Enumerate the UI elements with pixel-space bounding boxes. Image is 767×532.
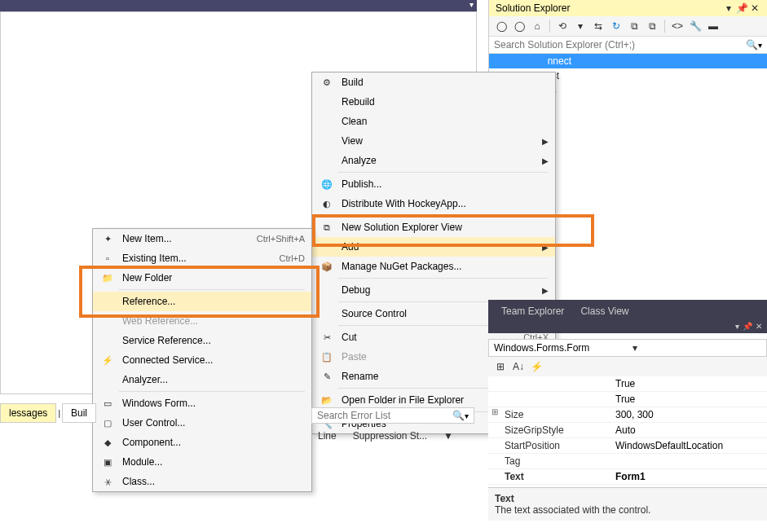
alphabetical-icon[interactable]: A↓ <box>511 359 526 374</box>
module-icon: ▣ <box>99 455 116 468</box>
editor-menu-dropdown-icon[interactable]: ▾ <box>469 0 474 9</box>
dropdown-icon[interactable]: ▾ <box>735 322 739 331</box>
menu-build[interactable]: ⚙Build <box>312 73 555 92</box>
expand-icon[interactable]: ⊞ <box>491 407 498 416</box>
highlight-reference <box>79 266 320 318</box>
tree-item-selected[interactable]: nnect <box>489 54 767 68</box>
error-search-input[interactable] <box>317 410 452 421</box>
search-icon[interactable]: 🔍 <box>452 410 465 421</box>
menu-debug[interactable]: Debug▶ <box>312 280 555 300</box>
prop-row-tag[interactable]: Tag <box>488 454 767 469</box>
col-suppression[interactable]: Suppression St... <box>346 429 434 443</box>
hockey-icon: ◐ <box>319 197 335 210</box>
rename-icon: ✎ <box>319 370 335 383</box>
prop-row-showintaskbar[interactable]: True <box>488 392 767 407</box>
solution-search-input[interactable] <box>494 39 746 51</box>
existing-item-icon: ▫ <box>99 252 116 265</box>
close-icon[interactable]: ✕ <box>756 322 762 331</box>
back-icon[interactable]: ◯ <box>494 19 509 33</box>
editor-titlebar: ▾ <box>0 0 477 11</box>
events-icon[interactable]: ⚡ <box>529 359 544 374</box>
build-tab[interactable]: Buil <box>62 403 96 423</box>
properties-object-combo[interactable]: Windows.Forms.Form ▾ <box>488 339 767 357</box>
submenu-arrow-icon: ▶ <box>542 137 549 146</box>
prop-row-sizegrip[interactable]: SizeGripStyleAuto <box>488 423 767 438</box>
show-icon[interactable]: ⧉ <box>645 19 659 33</box>
error-list-search[interactable]: 🔍 ▾ <box>311 407 474 424</box>
menu-connected-service[interactable]: ⚡Connected Service... <box>93 350 311 370</box>
refresh-icon[interactable]: ↻ <box>609 19 624 33</box>
pin-icon[interactable]: 📌 <box>743 322 752 331</box>
home-icon[interactable]: ⌂ <box>530 19 544 33</box>
form-icon: ▭ <box>99 397 116 410</box>
cut-icon: ✂ <box>319 331 335 344</box>
pin-icon[interactable]: 📌 <box>736 2 747 14</box>
error-list-columns: Line Suppression St... ▼ <box>311 429 460 443</box>
build-icon: ⚙ <box>319 76 335 89</box>
prop-row-startposition[interactable]: StartPositionWindowsDefaultLocation <box>488 438 767 454</box>
connected-icon: ⚡ <box>99 354 116 367</box>
submenu-arrow-icon: ▶ <box>542 156 549 165</box>
help-title: Text <box>495 493 760 504</box>
properties-help: Text The text associated with the contro… <box>488 487 767 521</box>
sync-icon[interactable]: ⟲ <box>555 19 570 33</box>
menu-component[interactable]: ◆Component... <box>93 433 311 452</box>
component-icon: ◆ <box>99 436 116 449</box>
nuget-icon: 📦 <box>319 260 335 273</box>
prop-row[interactable]: True <box>488 376 767 392</box>
menu-hockeyapp[interactable]: ◐Distribute With HockeyApp... <box>312 194 555 213</box>
dropdown-icon[interactable]: ▾ <box>723 2 734 14</box>
menu-publish[interactable]: 🌐Publish... <box>312 174 555 194</box>
globe-icon: 🌐 <box>319 178 335 191</box>
menu-rebuild[interactable]: Rebuild <box>312 92 555 112</box>
solution-search-box[interactable]: 🔍 ▾ <box>489 37 767 54</box>
code-icon[interactable]: <> <box>670 19 685 33</box>
menu-new-item[interactable]: ✦New Item...Ctrl+Shift+A <box>93 229 311 248</box>
properties-window-controls: ▾ 📌 ✕ <box>488 319 767 333</box>
filter-icon[interactable]: ▼ <box>437 429 460 443</box>
properties-object-label: Windows.Forms.Form <box>489 340 628 356</box>
paste-icon: 📋 <box>319 350 335 363</box>
class-icon: ⚹ <box>99 475 116 488</box>
refresh-back-icon[interactable]: ⇆ <box>591 19 606 33</box>
pending-icon[interactable]: ▾ <box>573 19 588 33</box>
solution-explorer-title: Solution Explorer <box>496 2 570 14</box>
col-line[interactable]: Line <box>311 429 343 443</box>
prop-row-text[interactable]: TextForm1 <box>488 469 767 485</box>
preview-icon[interactable]: ▬ <box>706 19 721 33</box>
tab-class-view[interactable]: Class View <box>572 303 637 319</box>
menu-windows-form[interactable]: ▭Windows Form... <box>93 394 311 413</box>
menu-nuget[interactable]: 📦Manage NuGet Packages... <box>312 257 555 276</box>
close-icon[interactable]: ✕ <box>749 2 760 14</box>
search-dropdown-icon[interactable]: ▾ <box>465 411 469 420</box>
combo-dropdown-icon[interactable]: ▾ <box>628 340 766 356</box>
new-item-icon: ✦ <box>99 232 116 245</box>
right-tool-tabs: Team Explorer Class View <box>488 300 767 319</box>
properties-toolbar: ⊞ A↓ ⚡ <box>488 357 767 377</box>
search-dropdown-icon[interactable]: ▾ <box>758 41 762 50</box>
search-icon[interactable]: 🔍 <box>746 39 758 51</box>
properties-grid[interactable]: True True ⊞Size300, 300 SizeGripStyleAut… <box>488 376 767 485</box>
properties-icon[interactable]: 🔧 <box>688 19 703 33</box>
menu-clean[interactable]: Clean <box>312 112 555 131</box>
help-desc: The text associated with the control. <box>495 504 760 516</box>
tab-team-explorer[interactable]: Team Explorer <box>493 303 572 319</box>
prop-row-size[interactable]: ⊞Size300, 300 <box>488 407 767 423</box>
solution-explorer-header: Solution Explorer ▾ 📌 ✕ <box>489 0 767 16</box>
collapse-icon[interactable]: ⧉ <box>627 19 641 33</box>
menu-module[interactable]: ▣Module... <box>93 452 311 472</box>
categorized-icon[interactable]: ⊞ <box>493 359 508 374</box>
forward-icon[interactable]: ◯ <box>512 19 527 33</box>
menu-analyzer[interactable]: Analyzer... <box>93 370 311 389</box>
highlight-add <box>312 214 594 247</box>
menu-user-control[interactable]: ▢User Control... <box>93 413 311 433</box>
messages-tab[interactable]: lessages <box>0 403 56 423</box>
menu-class[interactable]: ⚹Class... <box>93 472 311 491</box>
menu-service-reference[interactable]: Service Reference... <box>93 331 311 350</box>
menu-analyze[interactable]: Analyze▶ <box>312 151 555 170</box>
tab-sep-icon: | <box>58 409 60 418</box>
folder-open-icon: 📂 <box>319 394 335 407</box>
usercontrol-icon: ▢ <box>99 416 116 429</box>
menu-view[interactable]: View▶ <box>312 131 555 151</box>
solution-explorer-toolbar: ◯ ◯ ⌂ ⟲ ▾ ⇆ ↻ ⧉ ⧉ <> 🔧 ▬ <box>489 16 767 37</box>
